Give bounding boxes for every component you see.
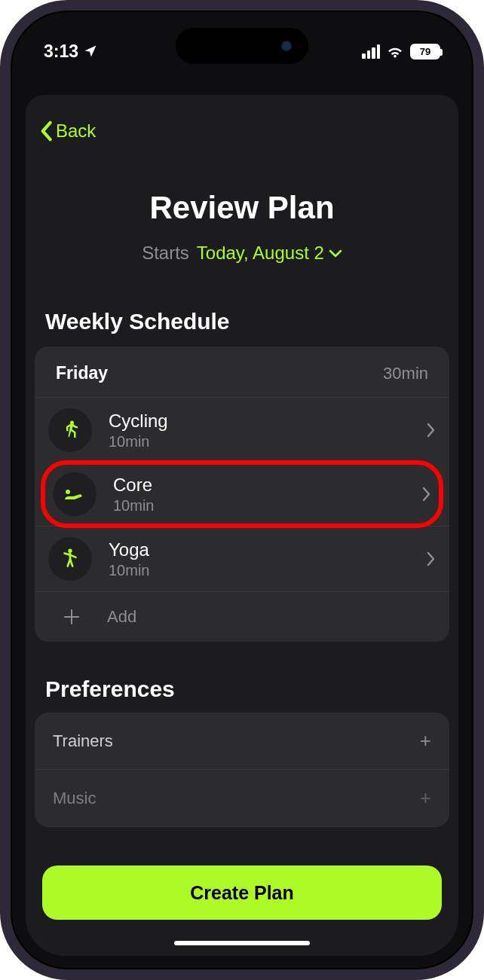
- yoga-icon: [48, 537, 92, 581]
- page-title: Review Plan: [26, 190, 458, 226]
- preferences-header: Preferences: [45, 676, 458, 702]
- day-label: Friday: [56, 363, 108, 383]
- day-total: 30min: [383, 364, 428, 383]
- workout-duration: 10min: [109, 562, 427, 579]
- workout-duration: 10min: [113, 497, 422, 514]
- schedule-card-header: Friday 30min: [35, 347, 449, 397]
- workout-row-yoga[interactable]: Yoga 10min: [35, 526, 449, 591]
- plus-icon: +: [420, 729, 431, 753]
- chevron-left-icon: [39, 121, 53, 142]
- workout-duration: 10min: [109, 433, 427, 450]
- workout-row-cycling[interactable]: Cycling 10min: [35, 397, 449, 463]
- wifi-icon: [386, 44, 404, 59]
- cellular-signal-icon: [362, 44, 380, 59]
- add-label: Add: [107, 607, 136, 627]
- dynamic-island: [176, 28, 308, 64]
- cycling-icon: [48, 408, 92, 452]
- starts-label: Starts: [142, 243, 189, 264]
- home-indicator[interactable]: [174, 941, 310, 945]
- pref-label: Music: [53, 789, 96, 808]
- schedule-card: Friday 30min Cycling 10min Core: [35, 347, 449, 642]
- workout-row-core[interactable]: Core 10min: [41, 460, 443, 528]
- weekly-schedule-header: Weekly Schedule: [45, 309, 458, 334]
- plus-icon: [60, 609, 83, 625]
- front-camera-icon: [281, 41, 292, 51]
- battery-icon: 79: [410, 44, 440, 60]
- chevron-right-icon: [427, 423, 436, 438]
- workout-name: Cycling: [109, 411, 427, 432]
- chevron-right-icon: [427, 551, 436, 566]
- phone-frame: 3:13 79 Back Review Plan Starts Today, A…: [0, 0, 484, 980]
- clock-label: 3:13: [44, 41, 78, 62]
- pref-row-music[interactable]: Music +: [35, 770, 449, 827]
- chevron-down-icon: [329, 249, 342, 258]
- workout-name: Core: [113, 475, 422, 496]
- add-workout-button[interactable]: Add: [35, 591, 449, 642]
- svg-point-1: [66, 490, 70, 494]
- review-plan-sheet: Back Review Plan Starts Today, August 2 …: [26, 95, 458, 956]
- create-plan-button[interactable]: Create Plan: [42, 866, 442, 920]
- svg-point-2: [68, 549, 72, 553]
- location-icon: [83, 44, 98, 59]
- start-date-picker[interactable]: Starts Today, August 2: [26, 243, 458, 264]
- starts-value: Today, August 2: [197, 243, 324, 264]
- core-icon: [53, 472, 96, 516]
- chevron-right-icon: [422, 487, 431, 502]
- preferences-card: Trainers + Music +: [35, 713, 449, 827]
- back-label: Back: [56, 121, 96, 142]
- pref-label: Trainers: [53, 731, 113, 751]
- pref-row-trainers[interactable]: Trainers +: [35, 713, 449, 770]
- back-button[interactable]: Back: [26, 95, 458, 148]
- workout-name: Yoga: [109, 539, 427, 560]
- plus-icon: +: [420, 786, 431, 810]
